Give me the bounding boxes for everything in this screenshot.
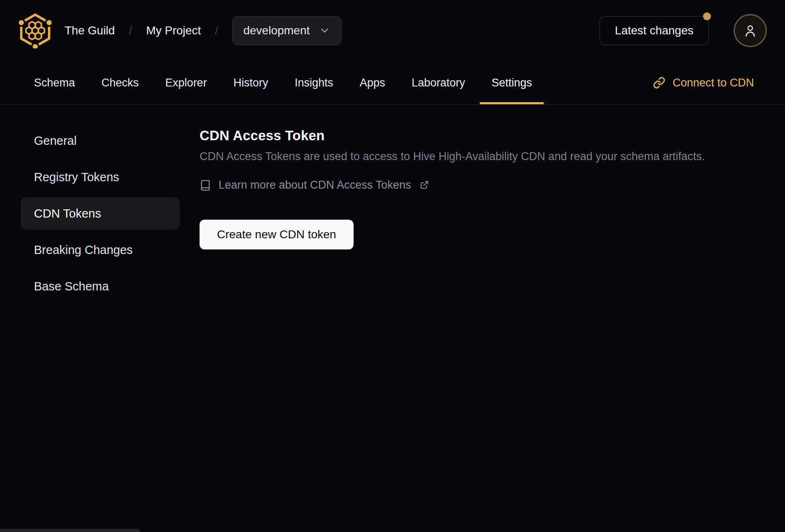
tab-explorer[interactable]: Explorer: [154, 61, 219, 104]
cdn-token-panel: CDN Access Token CDN Access Tokens are u…: [180, 125, 705, 302]
tab-settings[interactable]: Settings: [480, 61, 544, 104]
page-description: CDN Access Tokens are used to access to …: [200, 150, 705, 163]
learn-more-link[interactable]: Learn more about CDN Access Tokens: [200, 179, 705, 192]
settings-sidebar: General Registry Tokens CDN Tokens Break…: [21, 125, 180, 302]
breadcrumb-project[interactable]: My Project: [146, 24, 201, 37]
user-icon: [742, 23, 758, 38]
tab-checks[interactable]: Checks: [90, 61, 150, 104]
latest-changes-label: Latest changes: [615, 24, 693, 37]
sidebar-item-registry-tokens[interactable]: Registry Tokens: [21, 161, 180, 193]
breadcrumb: The Guild / My Project /: [65, 24, 218, 37]
link-icon: [653, 77, 665, 89]
learn-more-label: Learn more about CDN Access Tokens: [219, 179, 411, 192]
target-nav-tabs: Schema Checks Explorer History Insights …: [0, 61, 785, 105]
sidebar-item-general[interactable]: General: [21, 125, 180, 157]
header-right-group: Latest changes: [600, 14, 767, 47]
settings-content: General Registry Tokens CDN Tokens Break…: [0, 105, 785, 302]
page-title: CDN Access Token: [200, 128, 705, 144]
target-select-value: development: [243, 24, 310, 37]
horizontal-scrollbar-thumb[interactable]: [0, 529, 140, 532]
chevron-down-icon: [319, 25, 330, 36]
breadcrumb-separator: /: [215, 24, 218, 37]
hive-logo-icon[interactable]: [18, 13, 52, 48]
target-select-dropdown[interactable]: development: [232, 16, 342, 45]
external-link-icon: [419, 180, 429, 190]
user-avatar-button[interactable]: [734, 14, 767, 47]
tab-apps[interactable]: Apps: [348, 61, 397, 104]
tab-insights[interactable]: Insights: [283, 61, 345, 104]
tab-laboratory[interactable]: Laboratory: [400, 61, 477, 104]
sidebar-item-cdn-tokens[interactable]: CDN Tokens: [21, 197, 180, 230]
tab-schema[interactable]: Schema: [22, 61, 87, 104]
connect-to-cdn-label: Connect to CDN: [672, 77, 754, 89]
latest-changes-button[interactable]: Latest changes: [600, 16, 709, 45]
breadcrumb-separator: /: [129, 24, 132, 37]
notification-dot: [703, 12, 711, 20]
tab-history[interactable]: History: [222, 61, 280, 104]
sidebar-item-base-schema[interactable]: Base Schema: [21, 270, 180, 302]
connect-to-cdn-link[interactable]: Connect to CDN: [653, 61, 754, 104]
sidebar-item-breaking-changes[interactable]: Breaking Changes: [21, 234, 180, 266]
book-icon: [200, 179, 211, 192]
breadcrumb-org[interactable]: The Guild: [65, 24, 115, 37]
create-cdn-token-button[interactable]: Create new CDN token: [200, 220, 354, 249]
app-header: The Guild / My Project / development Lat…: [0, 0, 785, 61]
